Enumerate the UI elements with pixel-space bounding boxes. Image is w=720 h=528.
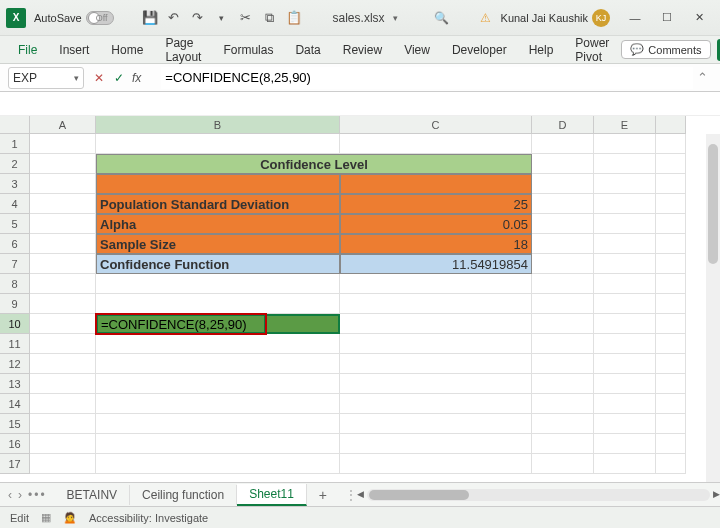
cell[interactable] — [340, 374, 532, 394]
col-header-c[interactable]: C — [340, 116, 532, 134]
cell[interactable] — [340, 454, 532, 474]
sheet-next-icon[interactable]: › — [18, 488, 22, 502]
cell[interactable] — [656, 254, 686, 274]
cell[interactable] — [266, 314, 340, 334]
accessibility-icon[interactable]: 🙍 — [63, 511, 77, 524]
cancel-formula-icon[interactable]: ✕ — [92, 71, 106, 85]
cell[interactable] — [30, 254, 96, 274]
filename-dropdown-icon[interactable]: ▾ — [393, 13, 398, 23]
cell[interactable] — [656, 154, 686, 174]
cell[interactable] — [30, 414, 96, 434]
hscroll-thumb[interactable] — [369, 490, 469, 500]
search-icon[interactable]: 🔍 — [434, 11, 449, 25]
close-button[interactable]: ✕ — [684, 7, 714, 29]
cell[interactable] — [532, 374, 594, 394]
cell[interactable] — [30, 334, 96, 354]
cell[interactable] — [30, 174, 96, 194]
cell[interactable] — [656, 334, 686, 354]
tab-review[interactable]: Review — [333, 39, 392, 61]
paste-icon[interactable]: 📋 — [286, 10, 302, 26]
cell[interactable] — [594, 354, 656, 374]
col-header-e[interactable]: E — [594, 116, 656, 134]
tab-formulas[interactable]: Formulas — [213, 39, 283, 61]
namebox-dropdown-icon[interactable]: ▾ — [74, 73, 79, 83]
cell[interactable] — [340, 294, 532, 314]
row-header[interactable]: 13 — [0, 374, 30, 394]
warning-icon[interactable]: ⚠ — [480, 11, 491, 25]
cell[interactable] — [340, 174, 532, 194]
cell[interactable] — [30, 294, 96, 314]
cell[interactable] — [30, 434, 96, 454]
cell[interactable] — [656, 454, 686, 474]
cell[interactable] — [594, 434, 656, 454]
row-header[interactable]: 8 — [0, 274, 30, 294]
cell[interactable] — [656, 314, 686, 334]
enter-formula-icon[interactable]: ✓ — [112, 71, 126, 85]
label-alpha[interactable]: Alpha — [96, 214, 340, 234]
cell[interactable] — [532, 334, 594, 354]
tab-home[interactable]: Home — [101, 39, 153, 61]
table-title[interactable]: Confidence Level — [96, 154, 532, 174]
row-header[interactable]: 9 — [0, 294, 30, 314]
cell[interactable] — [594, 454, 656, 474]
horizontal-scrollbar[interactable]: ◀ ▶ — [367, 489, 710, 501]
cell[interactable] — [30, 194, 96, 214]
cell[interactable] — [532, 214, 594, 234]
cell[interactable] — [532, 454, 594, 474]
cell[interactable] — [594, 394, 656, 414]
avatar[interactable]: KJ — [592, 9, 610, 27]
row-header[interactable]: 15 — [0, 414, 30, 434]
col-header-d[interactable]: D — [532, 116, 594, 134]
cell[interactable] — [594, 294, 656, 314]
row-header[interactable]: 12 — [0, 354, 30, 374]
cell[interactable] — [532, 254, 594, 274]
cell[interactable] — [30, 374, 96, 394]
cell[interactable] — [340, 134, 532, 154]
cell[interactable] — [532, 434, 594, 454]
cell[interactable] — [594, 254, 656, 274]
cell[interactable] — [96, 434, 340, 454]
cell[interactable] — [96, 454, 340, 474]
cell[interactable] — [532, 174, 594, 194]
cell[interactable] — [30, 454, 96, 474]
cell[interactable] — [96, 374, 340, 394]
row-header[interactable]: 16 — [0, 434, 30, 454]
cell[interactable] — [532, 234, 594, 254]
name-box[interactable]: EXP ▾ — [8, 67, 84, 89]
hscroll-right-icon[interactable]: ▶ — [713, 489, 720, 499]
col-header-f[interactable] — [656, 116, 686, 134]
cell[interactable] — [594, 234, 656, 254]
tab-data[interactable]: Data — [285, 39, 330, 61]
comments-button[interactable]: 💬 Comments — [621, 40, 710, 59]
cell[interactable] — [30, 134, 96, 154]
vscroll-thumb[interactable] — [708, 144, 718, 264]
cell[interactable] — [96, 274, 340, 294]
redo-icon[interactable]: ↷ — [190, 10, 206, 26]
row-header[interactable]: 11 — [0, 334, 30, 354]
cell[interactable] — [594, 194, 656, 214]
cell[interactable] — [656, 274, 686, 294]
cell[interactable] — [532, 194, 594, 214]
cell[interactable] — [656, 374, 686, 394]
sheet-tab-sheet11[interactable]: Sheet11 — [237, 484, 307, 506]
sheet-tab-betainv[interactable]: BETAINV — [55, 485, 130, 505]
row-header[interactable]: 3 — [0, 174, 30, 194]
row-header[interactable]: 10 — [0, 314, 30, 334]
row-header[interactable]: 1 — [0, 134, 30, 154]
cell[interactable] — [656, 434, 686, 454]
cell[interactable] — [340, 354, 532, 374]
cell[interactable] — [30, 154, 96, 174]
cell[interactable] — [656, 394, 686, 414]
tab-help[interactable]: Help — [519, 39, 564, 61]
label-sample[interactable]: Sample Size — [96, 234, 340, 254]
cell[interactable] — [532, 354, 594, 374]
row-header[interactable]: 4 — [0, 194, 30, 214]
row-header[interactable]: 6 — [0, 234, 30, 254]
row-header[interactable]: 5 — [0, 214, 30, 234]
formula-expand-icon[interactable]: ⌃ — [693, 70, 712, 85]
cell[interactable] — [532, 154, 594, 174]
cell[interactable] — [656, 294, 686, 314]
cell[interactable] — [532, 394, 594, 414]
value-conf-fn[interactable]: 11.54919854 — [340, 254, 532, 274]
add-sheet-button[interactable]: + — [307, 487, 339, 503]
